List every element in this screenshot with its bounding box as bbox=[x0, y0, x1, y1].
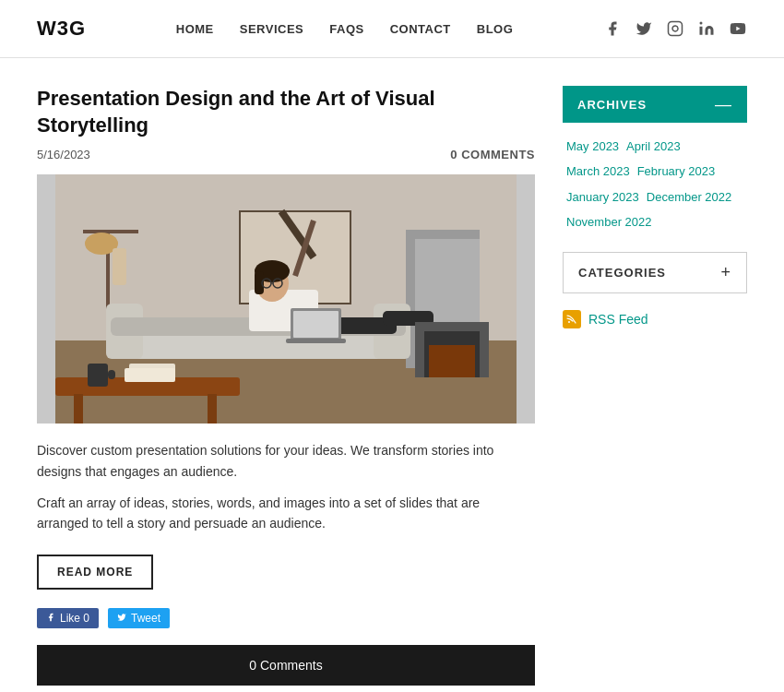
nav-link-contact[interactable]: CONTACT bbox=[390, 22, 451, 36]
svg-point-41 bbox=[568, 321, 570, 323]
nav-link-blog[interactable]: BLOG bbox=[477, 22, 514, 36]
youtube-icon[interactable] bbox=[729, 19, 747, 38]
main-container: Presentation Design and the Art of Visua… bbox=[0, 58, 784, 692]
instagram-icon[interactable] bbox=[666, 19, 684, 38]
nav-list: HOME SERVICES FAQS CONTACT BLOG bbox=[176, 21, 514, 36]
categories-label: CATEGORIES bbox=[578, 266, 666, 280]
svg-rect-14 bbox=[113, 248, 126, 285]
categories-header[interactable]: CATEGORIES + bbox=[563, 252, 747, 293]
archive-link-apr2023[interactable]: April 2023 bbox=[626, 136, 681, 157]
archive-link-may2023[interactable]: May 2023 bbox=[566, 136, 619, 157]
archive-link-mar2023[interactable]: March 2023 bbox=[566, 161, 630, 182]
twitter-icon[interactable] bbox=[635, 19, 653, 38]
twitter-icon-small bbox=[117, 612, 126, 625]
svg-rect-36 bbox=[88, 364, 108, 387]
read-more-button[interactable]: READ MORE bbox=[37, 555, 153, 590]
archive-link-jan2023[interactable]: January 2023 bbox=[566, 186, 639, 208]
post-date: 5/16/2023 bbox=[37, 148, 90, 161]
svg-rect-29 bbox=[293, 311, 339, 338]
sidebar: ARCHIVES — May 2023 April 2023 March 202… bbox=[563, 86, 747, 686]
nav-item-blog[interactable]: BLOG bbox=[477, 21, 514, 36]
twitter-tweet-button[interactable]: Tweet bbox=[108, 608, 170, 628]
rss-label: RSS Feed bbox=[588, 312, 648, 327]
svg-point-2 bbox=[699, 22, 702, 25]
linkedin-icon[interactable] bbox=[697, 19, 716, 38]
archives-header[interactable]: ARCHIVES — bbox=[563, 86, 747, 123]
archives-collapse-icon[interactable]: — bbox=[715, 96, 732, 113]
nav-link-faqs[interactable]: FAQS bbox=[329, 22, 363, 36]
fb-like-label: Like 0 bbox=[60, 612, 89, 625]
svg-rect-37 bbox=[108, 370, 115, 379]
facebook-icon[interactable] bbox=[603, 19, 622, 38]
categories-expand-icon[interactable]: + bbox=[720, 263, 731, 282]
social-share-bar: Like 0 Tweet bbox=[37, 608, 535, 628]
social-icons-group bbox=[603, 19, 747, 38]
facebook-icon-small bbox=[46, 612, 55, 625]
nav-item-home[interactable]: HOME bbox=[176, 21, 214, 36]
post-excerpt-2: Craft an array of ideas, stories, words,… bbox=[37, 493, 535, 534]
nav-link-services[interactable]: SERVICES bbox=[240, 22, 304, 36]
archives-label: ARCHIVES bbox=[577, 98, 647, 112]
nav-item-contact[interactable]: CONTACT bbox=[390, 21, 451, 36]
facebook-like-button[interactable]: Like 0 bbox=[37, 608, 99, 628]
tweet-label: Tweet bbox=[131, 612, 160, 625]
comments-bar-label: 0 Comments bbox=[249, 658, 322, 673]
archive-link-feb2023[interactable]: February 2023 bbox=[637, 161, 716, 182]
svg-rect-12 bbox=[83, 230, 138, 233]
blog-content: Presentation Design and the Art of Visua… bbox=[37, 86, 535, 686]
nav-item-faqs[interactable]: FAQS bbox=[329, 21, 363, 36]
post-title: Presentation Design and the Art of Visua… bbox=[37, 86, 535, 138]
svg-rect-40 bbox=[429, 345, 475, 377]
nav-item-services[interactable]: SERVICES bbox=[240, 21, 304, 36]
rss-feed-link[interactable]: RSS Feed bbox=[563, 310, 747, 328]
post-image bbox=[37, 174, 535, 424]
nav-link-home[interactable]: HOME bbox=[176, 22, 214, 36]
svg-rect-30 bbox=[286, 339, 346, 343]
archive-link-nov2022[interactable]: November 2022 bbox=[566, 211, 652, 233]
archive-links-group: May 2023 April 2023 March 2023 February … bbox=[563, 136, 747, 233]
svg-rect-33 bbox=[208, 394, 217, 424]
site-logo[interactable]: W3G bbox=[37, 17, 86, 41]
svg-rect-32 bbox=[74, 394, 83, 424]
svg-rect-35 bbox=[125, 368, 175, 382]
rss-icon bbox=[563, 310, 581, 328]
post-meta: 5/16/2023 0 COMMENTS bbox=[37, 148, 535, 161]
main-nav: HOME SERVICES FAQS CONTACT BLOG bbox=[176, 21, 514, 36]
post-excerpt-1: Discover custom presentation solutions f… bbox=[37, 440, 535, 482]
site-header: W3G HOME SERVICES FAQS CONTACT BLOG bbox=[0, 0, 784, 58]
post-comments-count: 0 COMMENTS bbox=[450, 148, 535, 161]
archive-link-dec2022[interactable]: December 2022 bbox=[647, 186, 732, 208]
svg-rect-0 bbox=[668, 22, 682, 36]
comments-bar[interactable]: 0 Comments bbox=[37, 645, 535, 686]
